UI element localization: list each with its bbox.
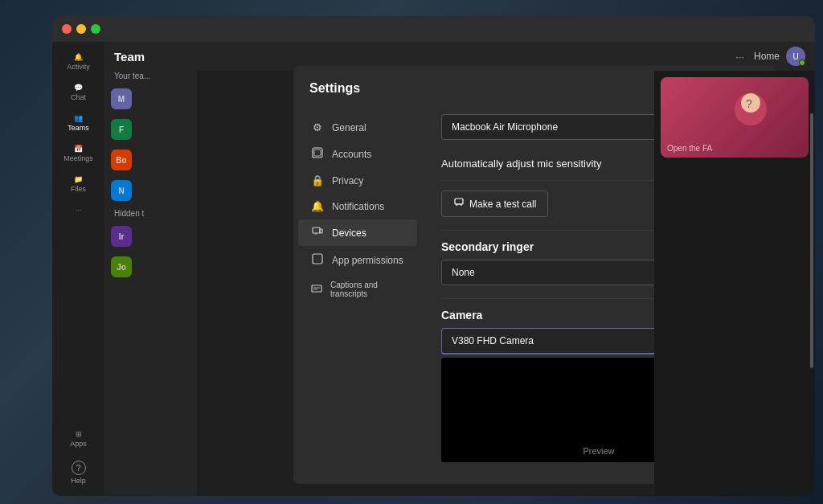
auto-adjust-label: Automatically adjust mic sensitivity — [441, 158, 601, 170]
sidebar-item-label: Activity — [67, 63, 90, 71]
maximize-button[interactable] — [91, 24, 100, 34]
sidebar-item-activity[interactable]: 🔔 Activity — [58, 48, 100, 76]
sidebar-item-label: Files — [71, 185, 86, 193]
svg-rect-12 — [455, 199, 463, 204]
card-image: ? Open the FA — [661, 77, 809, 158]
teams-icon: 👥 — [74, 114, 83, 122]
gear-icon: ⚙ — [311, 121, 324, 133]
secondary-ringer-value: None — [452, 267, 475, 278]
home-button[interactable]: Home — [754, 51, 780, 62]
app-body: 🔔 Activity 💬 Chat 👥 Teams 📅 Meetings 📁 F… — [52, 42, 815, 496]
right-panel: ? Open the FA — [654, 71, 815, 496]
card-open-label: Open the FA — [667, 144, 712, 153]
dots-button[interactable]: ··· — [732, 47, 747, 66]
settings-title: Settings — [309, 81, 360, 96]
avatar: N — [111, 180, 132, 201]
avatar: M — [111, 88, 132, 109]
microphone-value: Macbook Air Microphone — [452, 121, 558, 133]
sidebar-item-teams[interactable]: 👥 Teams — [58, 109, 100, 137]
traffic-lights — [62, 24, 100, 34]
teams-list: Team Your tea... M F Bo N Hidden t Ir Jo — [104, 42, 197, 496]
teams-header: Team — [104, 42, 197, 68]
team-item[interactable]: N — [104, 175, 197, 206]
bell-icon: 🔔 — [311, 200, 324, 212]
teams-section-label: Your tea... — [104, 68, 197, 84]
settings-nav: ⚙ General Accounts 🔒 P — [293, 108, 422, 484]
avatar: Jo — [111, 256, 132, 277]
sidebar-item-more[interactable]: ··· — [58, 201, 100, 219]
permissions-icon — [311, 253, 324, 267]
sidebar-item-chat[interactable]: 💬 Chat — [58, 79, 100, 106]
camera-preview-label: Preview — [583, 446, 614, 456]
sidebar-item-label: Meetings — [63, 154, 93, 162]
lock-icon: 🔒 — [311, 174, 324, 186]
svg-rect-4 — [314, 150, 321, 156]
status-dot — [799, 59, 805, 66]
activity-icon: 🔔 — [74, 53, 83, 61]
team-item[interactable]: F — [104, 114, 197, 145]
svg-text:?: ? — [746, 97, 752, 110]
help-icon: ? — [72, 461, 86, 475]
right-panel-content: ? Open the FA — [654, 71, 815, 496]
scrollbar[interactable] — [810, 113, 813, 368]
sidebar-item-label: Chat — [71, 93, 86, 101]
team-item[interactable]: Bo — [104, 145, 197, 175]
team-item[interactable]: Jo — [104, 252, 197, 282]
settings-nav-accounts[interactable]: Accounts — [298, 141, 417, 167]
devices-icon — [311, 226, 324, 240]
more-icon: ··· — [76, 206, 82, 214]
sidebar-item-label: Teams — [68, 124, 89, 132]
main-area: ··· Home U — [197, 42, 815, 496]
nav-label: Accounts — [332, 149, 371, 160]
settings-nav-devices[interactable]: Devices — [298, 219, 417, 246]
sidebar-item-label: Help — [71, 477, 86, 485]
settings-nav-general[interactable]: ⚙ General — [298, 115, 417, 140]
settings-nav-captions[interactable]: Captions and transcripts — [298, 274, 417, 305]
sidebar-item-label: Apps — [70, 440, 87, 448]
hidden-section-label: Hidden t — [104, 206, 197, 221]
sidebar-narrow: 🔔 Activity 💬 Chat 👥 Teams 📅 Meetings 📁 F… — [52, 42, 104, 496]
svg-rect-8 — [313, 254, 322, 264]
nav-label: General — [332, 122, 366, 133]
team-item[interactable]: Ir — [104, 221, 197, 252]
camera-value: V380 FHD Camera — [452, 335, 534, 346]
test-call-label: Make a test call — [469, 199, 536, 210]
captions-icon — [311, 283, 322, 297]
user-avatar[interactable]: U — [786, 47, 805, 66]
avatar: Bo — [111, 150, 132, 170]
settings-nav-privacy[interactable]: 🔒 Privacy — [298, 168, 417, 193]
apps-icon: ⊞ — [76, 430, 82, 438]
titlebar — [52, 16, 815, 42]
minimize-button[interactable] — [76, 24, 86, 34]
nav-label: Captions and transcripts — [330, 281, 404, 298]
svg-rect-9 — [312, 285, 321, 292]
nav-label: App permissions — [332, 255, 403, 266]
sidebar-item-files[interactable]: 📁 Files — [58, 170, 100, 198]
nav-label: Privacy — [332, 175, 363, 186]
sidebar-item-help[interactable]: ? Help — [58, 456, 100, 490]
nav-label: Notifications — [332, 201, 384, 212]
content-area: ? Open the FA Settings × — [197, 71, 815, 496]
avatar: F — [111, 119, 132, 140]
svg-rect-5 — [313, 227, 320, 233]
team-item[interactable]: M — [104, 84, 197, 114]
avatar: Ir — [111, 226, 132, 247]
close-button[interactable] — [62, 24, 72, 34]
sidebar-item-apps[interactable]: ⊞ Apps — [58, 425, 100, 453]
svg-rect-6 — [320, 229, 322, 233]
app-window: 🔔 Activity 💬 Chat 👥 Teams 📅 Meetings 📁 F… — [52, 16, 815, 496]
settings-nav-notifications[interactable]: 🔔 Notifications — [298, 194, 417, 219]
files-icon: 📁 — [74, 175, 83, 183]
phone-icon — [453, 197, 465, 211]
sidebar-item-meetings[interactable]: 📅 Meetings — [58, 140, 100, 167]
settings-nav-app-permissions[interactable]: App permissions — [298, 247, 417, 273]
test-call-button[interactable]: Make a test call — [441, 191, 548, 217]
accounts-icon — [311, 147, 324, 161]
card-illustration: ? — [702, 85, 767, 150]
nav-label: Devices — [332, 227, 366, 239]
meetings-icon: 📅 — [74, 145, 83, 153]
chat-icon: 💬 — [74, 84, 83, 92]
card: ? Open the FA — [661, 77, 809, 158]
